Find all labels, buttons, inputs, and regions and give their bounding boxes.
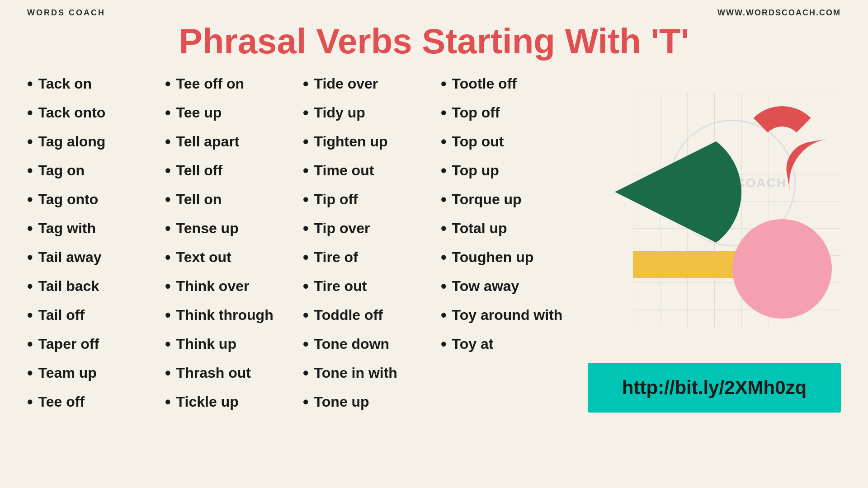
list-item: Torque up bbox=[441, 190, 579, 209]
list-item: Tire out bbox=[303, 277, 441, 296]
list-item: Think through bbox=[165, 306, 303, 325]
page-title: Phrasal Verbs Starting With 'T' bbox=[0, 22, 868, 61]
list-item: Top out bbox=[441, 132, 579, 151]
column-1: Tack onTack ontoTag alongTag onTag ontoT… bbox=[27, 75, 165, 422]
list-item: Tow away bbox=[441, 277, 579, 296]
list-item: Toy at bbox=[441, 335, 579, 354]
list-item: Tip off bbox=[303, 190, 441, 209]
column-4: Tootle offTop offTop outTop upTorque upT… bbox=[441, 75, 579, 422]
list-item: Think over bbox=[165, 277, 303, 296]
list-item: Tag onto bbox=[27, 190, 165, 209]
list-item: Toughen up bbox=[441, 248, 579, 267]
list-item: Tone in with bbox=[303, 364, 441, 383]
red-arc-shape bbox=[737, 102, 827, 192]
list-item: Thrash out bbox=[165, 364, 303, 383]
list-item: Tail off bbox=[27, 306, 165, 325]
list-item: Tide over bbox=[303, 75, 441, 94]
brand-right: WWW.WORDSCOACH.COM bbox=[717, 8, 841, 18]
url-banner[interactable]: http://bit.ly/2XMh0zq bbox=[588, 363, 841, 413]
list-item: Tickle up bbox=[165, 393, 303, 412]
list-item: Tee off on bbox=[165, 75, 303, 94]
list-item: Total up bbox=[441, 219, 579, 238]
pink-circle-shape bbox=[732, 219, 832, 319]
list-item: Tire of bbox=[303, 248, 441, 267]
column-2: Tee off onTee upTell apartTell offTell o… bbox=[165, 75, 303, 422]
list-item: Tag on bbox=[27, 161, 165, 180]
list-item: Toddle off bbox=[303, 306, 441, 325]
list-item: Tag along bbox=[27, 132, 165, 151]
list-item: Tell off bbox=[165, 161, 303, 180]
list-item: Tee up bbox=[165, 103, 303, 122]
list-item: Text out bbox=[165, 248, 303, 267]
list-item: Tip over bbox=[303, 219, 441, 238]
list-item: Tone down bbox=[303, 335, 441, 354]
list-item: Tootle off bbox=[441, 75, 579, 94]
url-text: http://bit.ly/2XMh0zq bbox=[622, 377, 807, 399]
list-item: Team up bbox=[27, 364, 165, 383]
list-item: Toy around with bbox=[441, 306, 579, 325]
list-item: Tag with bbox=[27, 219, 165, 238]
list-item: Top up bbox=[441, 161, 579, 180]
decorative-section: WORDS COACH http://bit.ly/2XMh0zq bbox=[579, 75, 841, 422]
list-item: Tack onto bbox=[27, 103, 165, 122]
column-3: Tide overTidy upTighten upTime outTip of… bbox=[303, 75, 441, 422]
list-item: Time out bbox=[303, 161, 441, 180]
list-item: Think up bbox=[165, 335, 303, 354]
list-item: Taper off bbox=[27, 335, 165, 354]
list-item: Tighten up bbox=[303, 132, 441, 151]
list-item: Tense up bbox=[165, 219, 303, 238]
list-item: Tone up bbox=[303, 393, 441, 412]
brand-left: WORDS COACH bbox=[27, 8, 105, 18]
list-item: Tail away bbox=[27, 248, 165, 267]
list-item: Tail back bbox=[27, 277, 165, 296]
list-item: Tack on bbox=[27, 75, 165, 94]
list-item: Tidy up bbox=[303, 103, 441, 122]
list-item: Tee off bbox=[27, 393, 165, 412]
list-item: Tell apart bbox=[165, 132, 303, 151]
list-item: Tell on bbox=[165, 190, 303, 209]
list-item: Top off bbox=[441, 103, 579, 122]
